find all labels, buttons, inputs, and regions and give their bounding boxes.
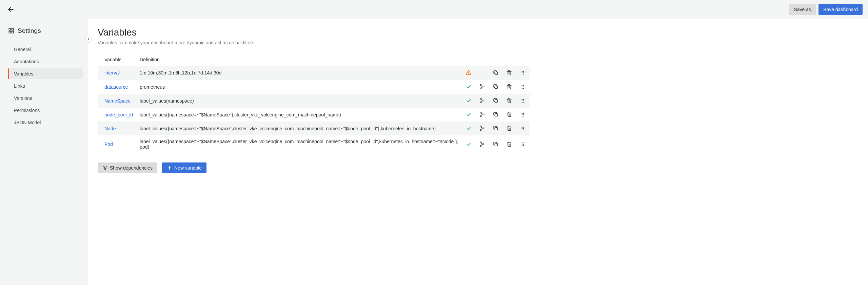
nav-list: GeneralAnnotationsVariablesLinksVersions… [8,44,83,128]
svg-point-13 [523,74,524,74]
header-variable: Variable [98,53,136,66]
save-dashboard-button[interactable]: Save dashboard [818,4,863,15]
svg-point-19 [523,85,524,86]
duplicate-button[interactable] [492,125,499,132]
duplicate-button[interactable] [492,141,499,148]
svg-point-63 [523,145,524,146]
back-button[interactable] [5,4,16,15]
drag-handle[interactable] [519,141,526,148]
delete-button[interactable] [506,69,513,76]
duplicate-button[interactable] [492,69,499,76]
svg-rect-7 [495,72,497,74]
dependency-graph-button[interactable] [479,125,486,132]
svg-point-52 [521,129,522,130]
svg-point-64 [103,166,104,167]
check-icon [465,97,472,104]
svg-point-29 [523,99,524,100]
drag-handle[interactable] [519,69,526,76]
svg-point-30 [521,100,522,101]
delete-button[interactable] [506,125,513,132]
svg-point-10 [521,72,522,73]
sidebar-item-versions[interactable]: Versions [8,93,83,104]
sidebar-item-links[interactable]: Links [8,81,83,91]
sidebar-item-variables[interactable]: Variables [8,68,83,79]
sidebar-item-json-model[interactable]: JSON Model [8,117,83,128]
delete-button[interactable] [506,141,513,148]
svg-point-31 [523,100,524,101]
header-definition: Definition [136,53,462,66]
svg-rect-47 [495,127,497,130]
new-variable-button[interactable]: New variable [162,162,206,173]
svg-point-39 [523,113,524,113]
sidebar-item-annotations[interactable]: Annotations [8,56,83,67]
dependency-graph-button[interactable] [479,141,486,148]
warning-icon[interactable] [465,69,472,76]
drag-handle[interactable] [519,97,526,104]
duplicate-button[interactable] [492,111,499,118]
page-title: Variables [98,27,859,38]
sidebar-item-general[interactable]: General [8,44,83,55]
svg-rect-4 [12,31,14,33]
dependency-graph-button[interactable] [479,111,486,118]
svg-point-60 [521,144,522,145]
chevron-left-icon [87,38,90,41]
svg-rect-2 [12,28,14,30]
new-variable-label: New variable [174,165,202,171]
svg-rect-3 [9,31,11,33]
variable-name-link[interactable]: interval [104,70,120,75]
variable-definition: prometheus [136,80,462,94]
apps-icon [8,28,14,34]
table-row: node_pool_idlabel_values({namespace=~"$N… [98,108,530,122]
svg-rect-17 [495,86,497,88]
svg-point-53 [523,129,524,130]
delete-button[interactable] [506,83,513,90]
svg-point-49 [523,127,524,127]
delete-button[interactable] [506,97,513,104]
sidebar-item-permissions[interactable]: Permissions [8,105,83,116]
show-dependencies-button[interactable]: Show dependencies [98,162,157,173]
svg-point-32 [521,102,522,102]
variable-name-link[interactable]: NameSpace [104,98,131,104]
svg-point-23 [523,88,524,88]
variable-definition: label_values({namespace=~"$NameSpace",cl… [136,122,462,135]
table-row: NameSpacelabel_values(namespace) [98,94,530,108]
variable-definition: label_values(namespace) [136,94,462,108]
variable-definition: label_values({namespace=~"$NameSpace"},c… [136,108,462,122]
delete-button[interactable] [506,111,513,118]
svg-point-8 [521,71,522,72]
variable-name-link[interactable]: datasource [104,84,128,90]
svg-point-62 [521,145,522,146]
table-row: interval1m,10m,30m,1h,6h,12h,1d,7d,14d,3… [98,66,530,80]
svg-point-20 [521,86,522,87]
duplicate-button[interactable] [492,97,499,104]
svg-point-65 [106,166,107,167]
footer-buttons: Show dependencies New variable [98,162,859,173]
variable-name-link[interactable]: Pod [104,141,113,147]
drag-handle[interactable] [519,84,526,90]
svg-point-33 [523,102,524,102]
svg-point-66 [105,169,106,170]
table-row: Nodelabel_values({namespace=~"$NameSpace… [98,122,530,135]
svg-point-18 [521,85,522,86]
svg-point-22 [521,88,522,88]
layout: Settings GeneralAnnotationsVariablesLink… [0,19,868,285]
svg-point-21 [523,86,524,87]
variable-name-link[interactable]: node_pool_id [104,112,133,117]
svg-point-61 [523,144,524,145]
variable-name-link[interactable]: Node [104,126,116,131]
svg-point-38 [521,113,522,113]
drag-handle[interactable] [519,125,526,132]
variables-table: Variable Definition interval1m,10m,30m,1… [98,53,530,153]
topbar-actions: Save as Save dashboard [789,4,863,15]
drag-handle[interactable] [519,111,526,118]
dependency-graph-button[interactable] [479,97,486,104]
plus-icon [167,165,172,171]
svg-point-51 [523,128,524,129]
settings-header: Settings [8,27,83,35]
sidebar-collapse-button[interactable] [85,36,92,43]
save-as-button[interactable]: Save as [789,4,816,15]
variable-definition: 1m,10m,30m,1h,6h,12h,1d,7d,14d,30d [136,66,462,80]
duplicate-button[interactable] [492,83,499,90]
dependency-graph-button[interactable] [479,83,486,90]
svg-point-43 [523,115,524,116]
